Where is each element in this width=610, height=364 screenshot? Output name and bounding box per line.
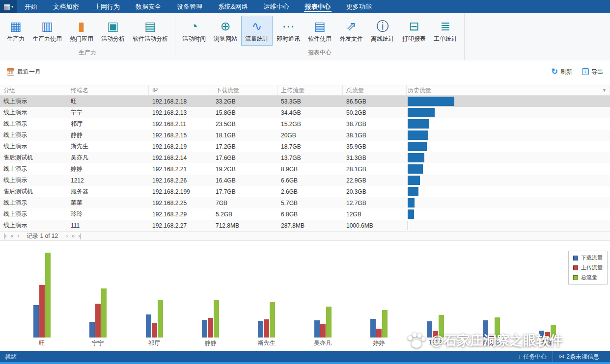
activity-analysis-button[interactable]: ▣活动分析 xyxy=(97,16,129,46)
table-row[interactable]: 线上演示玲玲192.168.2.295.2GB6.8GB12GB xyxy=(0,208,610,220)
column-header-terminal-name[interactable]: 终端名 xyxy=(67,85,149,95)
print-report-button[interactable]: ⊟打印报表 xyxy=(398,16,430,46)
next-page-button[interactable]: › xyxy=(66,233,67,239)
menu-item-6[interactable]: 运维中心 xyxy=(256,0,297,13)
table-row[interactable]: 线上演示祁厅192.168.2.1123.5GB15.2GB38.7GB xyxy=(0,118,610,130)
cell-total: 1000.6MB xyxy=(343,222,407,229)
cell-history xyxy=(407,187,610,196)
column-header-download[interactable]: 下载流量 xyxy=(212,85,277,95)
task-center-label: 任务中心 xyxy=(523,353,547,361)
column-header-label: 下载流量 xyxy=(216,86,239,95)
column-header-label: 历史流量 xyxy=(408,86,431,95)
app-menu-button[interactable]: ▦ ▾ xyxy=(0,0,17,13)
productivity-usage-button[interactable]: ▥生产力使用 xyxy=(28,16,66,46)
table-row[interactable]: 线上演示宁宁192.168.2.1315.8GB34.4GB50.2GB xyxy=(0,107,610,118)
productivity-grid-button[interactable]: ▦生产力 xyxy=(3,16,28,46)
cell-terminal-name: 服务器 xyxy=(67,187,149,196)
column-header-ip[interactable]: IP xyxy=(149,85,212,95)
ribbon-button-label: 生产力使用 xyxy=(32,35,62,43)
menu-item-7[interactable]: 报表中心 xyxy=(297,0,338,13)
legend-label: 下载流量 xyxy=(581,254,603,261)
outgoing-files-button[interactable]: ⇗外发文件 xyxy=(335,16,367,46)
table-row[interactable]: 线上演示111192.168.2.27712.8MB287.8MB1000.6M… xyxy=(0,220,610,231)
bar-total xyxy=(270,302,275,338)
cell-upload: 20GB xyxy=(277,132,343,139)
column-header-group[interactable]: 分组 xyxy=(0,85,67,95)
fast-prev-button[interactable]: ‹‹ xyxy=(10,233,13,239)
fast-next-button[interactable]: ›› xyxy=(71,233,74,239)
column-header-label: IP xyxy=(152,87,158,94)
cell-upload: 2.6GB xyxy=(277,188,343,195)
menu-item-5[interactable]: 系统&网络 xyxy=(210,0,256,13)
activity-time-icon: ◔ xyxy=(187,19,201,33)
ticket-stats-button[interactable]: ≣工单统计 xyxy=(430,16,461,46)
first-page-button[interactable]: |‹ xyxy=(4,233,6,239)
column-header-history[interactable]: 历史流量▼ xyxy=(407,85,610,95)
table-row[interactable]: 线上演示菜菜192.168.2.257GB5.7GB12.7GB xyxy=(0,197,610,208)
task-center-button[interactable]: ↓ 任务中心 xyxy=(512,351,553,362)
refresh-button[interactable]: ↻ 刷新 xyxy=(552,68,572,76)
unread-messages-button[interactable]: ✉ 2条未读信息 xyxy=(553,351,605,362)
table-row[interactable]: 线上演示1212192.168.2.2616.4GB6.6GB22.9GB xyxy=(0,175,610,186)
activity-time-button[interactable]: ◔活动时间 xyxy=(178,16,210,46)
legend-item[interactable]: 上传流量 xyxy=(573,264,603,271)
bottom-accent-strip xyxy=(0,362,610,364)
software-activity-button[interactable]: ▤软件活动分析 xyxy=(129,16,172,46)
menu-item-0[interactable]: 开始 xyxy=(17,0,45,13)
table-row[interactable]: 线上演示斯先生192.168.2.1917.2GB18.7GB35.9GB xyxy=(0,141,610,152)
productivity-grid-icon: ▦ xyxy=(8,19,23,33)
ribbon-button-label: 活动分析 xyxy=(101,35,125,43)
table-row[interactable]: 售后测试机吴亦凡192.168.2.1417.6GB13.7GB31.3GB xyxy=(0,152,610,163)
legend-item[interactable]: 下载流量 xyxy=(573,254,603,261)
prev-page-button[interactable]: ‹ xyxy=(17,233,19,239)
menu-item-8[interactable]: 更多功能 xyxy=(338,0,380,13)
app-logo-icon: ▦ xyxy=(3,3,10,10)
column-header-total[interactable]: 总流量 xyxy=(343,85,407,95)
bar-total xyxy=(382,310,388,338)
date-range-selector[interactable]: 23 最近一月 xyxy=(7,68,41,76)
menu-item-2[interactable]: 上网行为 xyxy=(86,0,128,13)
history-bar xyxy=(408,209,414,219)
offline-stats-button[interactable]: ⓘ离线统计 xyxy=(367,16,398,46)
cell-ip: 192.168.2.27 xyxy=(149,222,212,229)
cell-total: 20.3GB xyxy=(343,188,407,195)
cell-history xyxy=(407,221,610,230)
menu-item-4[interactable]: 设备管理 xyxy=(169,0,210,13)
export-button[interactable]: ↓ 导出 xyxy=(582,68,603,76)
bar-upload xyxy=(320,324,326,338)
column-menu-icon[interactable]: ▼ xyxy=(602,88,607,93)
bar-download xyxy=(89,322,95,338)
cell-group: 线上演示 xyxy=(0,108,67,117)
status-bar: 就绪 ↓ 任务中心 ✉ 2条未读信息 xyxy=(0,351,610,362)
bar-upload xyxy=(39,285,45,338)
traffic-stats-icon: ∿ xyxy=(250,19,264,33)
cell-total: 50.2GB xyxy=(343,109,407,116)
table-row[interactable]: 线上演示旺192.168.2.1833.2GB53.3GB86.5GB xyxy=(0,96,610,107)
instant-message-button[interactable]: ⋯即时通讯 xyxy=(273,16,304,46)
bar-group-label: 婷婷 xyxy=(373,339,385,347)
cell-upload: 287.8MB xyxy=(277,222,343,229)
cell-ip: 192.168.2.11 xyxy=(149,121,212,128)
column-header-upload[interactable]: 上传流量 xyxy=(277,85,343,95)
menu-item-1[interactable]: 文档加密 xyxy=(45,0,86,13)
last-page-button[interactable]: ›| xyxy=(78,233,81,239)
table-row[interactable]: 线上演示婷婷192.168.2.2119.2GB8.9GB28.1GB xyxy=(0,163,610,175)
bar-total xyxy=(326,307,332,338)
cell-terminal-name: 斯先生 xyxy=(67,142,149,151)
bar-group-label: 旺 xyxy=(39,339,45,347)
bar-group: 祁厅 xyxy=(126,249,182,347)
table-row[interactable]: 售后测试机服务器192.168.2.19917.7GB2.6GB20.3GB xyxy=(0,186,610,197)
table-row[interactable]: 线上演示静静192.168.2.1518.1GB20GB38.1GB xyxy=(0,130,610,141)
cell-upload: 8.9GB xyxy=(277,166,343,173)
cell-total: 12GB xyxy=(343,211,407,218)
browse-website-button[interactable]: ⊕浏览网站 xyxy=(210,16,241,46)
legend-item[interactable]: 总流量 xyxy=(573,274,603,281)
menu-item-3[interactable]: 数据安全 xyxy=(128,0,169,13)
chart-legend: 下载流量上传流量总流量 xyxy=(568,251,608,285)
software-usage-button[interactable]: ▤软件使用 xyxy=(304,16,335,46)
traffic-stats-button[interactable]: ∿流量统计 xyxy=(241,16,273,46)
history-bar xyxy=(408,142,427,151)
cell-upload: 6.8GB xyxy=(277,211,343,218)
cell-group: 线上演示 xyxy=(0,97,67,105)
hot-apps-button[interactable]: ▮热门应用 xyxy=(66,16,97,46)
